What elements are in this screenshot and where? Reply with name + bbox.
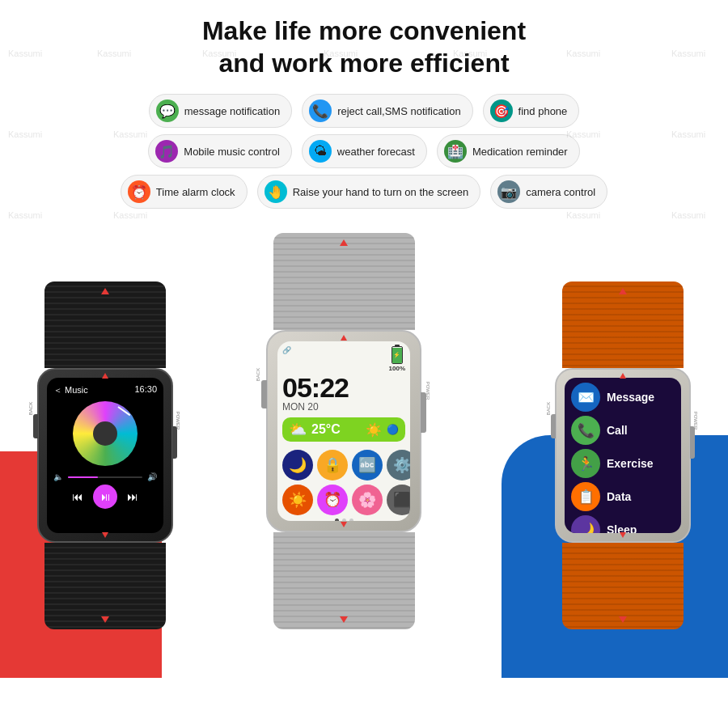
volume-controls: 🔈 🔊: [53, 472, 157, 481]
triangle-bottom-left: [101, 616, 109, 623]
exercise-menu-icon: 🏃: [571, 449, 600, 478]
find-phone-icon: 🎯: [490, 99, 513, 122]
sun-icon: ☀️: [366, 422, 382, 438]
dot-1: [335, 518, 339, 521]
menu-item-call: 📞 Call: [571, 416, 675, 445]
badge-medication-reminder: 🏥 Medication reminder: [437, 134, 580, 168]
battery-percent: 100%: [389, 365, 405, 372]
right-tri-top: [619, 288, 627, 294]
left-power-label: POWER: [176, 412, 181, 430]
badge-weather-forecast: 🌤 weather forecast: [302, 134, 427, 168]
app-sun: ☀️: [282, 485, 313, 515]
volume-fill: [68, 476, 98, 478]
data-menu-icon: 📋: [571, 482, 600, 511]
header-section: Make life more convenient and work more …: [0, 0, 728, 87]
center-tri-bottom: [340, 616, 348, 623]
music-screen: ＜ Music 16:30 🔈: [47, 378, 163, 532]
right-power-label: POWER: [694, 412, 699, 430]
music-needle: [117, 407, 130, 417]
weather-icon: 🌤: [309, 140, 332, 163]
app-grid: ⬛: [387, 485, 410, 515]
dot-3: [349, 518, 353, 521]
menu-item-exercise: 🏃 Exercise: [571, 449, 675, 478]
music-icon: 🎵: [155, 140, 178, 163]
left-back-label: BACK: [28, 402, 33, 415]
volume-bar: [68, 476, 142, 478]
app-alarm: ⏰: [317, 485, 348, 515]
call-menu-icon: 📞: [571, 416, 600, 445]
menu-screen: ✉️ Message 📞 Call 🏃 Exercise 📋: [565, 378, 681, 532]
badge-time-alarm: ⏰ Time alarm clock: [121, 175, 248, 209]
next-btn[interactable]: ⏭: [127, 490, 138, 503]
badge-find-phone: 🎯 find phone: [483, 94, 580, 128]
sleep-menu-icon: 🌙: [571, 515, 600, 532]
center-triangle-top: [340, 239, 348, 246]
watch-center-outer: BACK POWER 🔗: [251, 233, 437, 629]
app-lock: 🔒: [317, 450, 348, 480]
features-row-2: 🎵 Mobile music control 🌤 weather forecas…: [148, 134, 579, 168]
right-strap-bottom: [562, 543, 684, 629]
watch-left: BACK POWER ＜ Music 16:30: [24, 281, 186, 629]
cloud-icon: ⛅: [289, 421, 307, 438]
raise-hand-icon: 🤚: [265, 180, 287, 203]
dot-2: [342, 518, 346, 521]
headline: Make life more convenient and work more …: [8, 15, 720, 79]
right-power-btn: [690, 426, 695, 459]
watch-left-outer: BACK POWER ＜ Music 16:30: [24, 281, 186, 629]
alarm-icon: ⏰: [128, 180, 150, 203]
features-row-3: ⏰ Time alarm clock 🤚 Raise your hand to …: [121, 175, 607, 209]
center-case-tri-top: [341, 335, 347, 341]
left-back-btn: [33, 414, 38, 438]
app-moon: 🌙: [282, 450, 313, 480]
clock-screen: 🔗 ⚡ 100% 05:22: [277, 341, 410, 521]
volume-down-icon: 🔈: [53, 472, 63, 481]
badge-music-control: 🎵 Mobile music control: [148, 134, 292, 168]
watch-right: BACK POWER ✉️ Message 📞 Call: [542, 281, 704, 629]
left-strap-bottom: [44, 543, 166, 629]
right-screen: ✉️ Message 📞 Call 🏃 Exercise 📋: [565, 378, 681, 532]
weather-row: ⛅ 25°C ☀️ 🔵: [282, 417, 405, 442]
disk-inner: [93, 421, 117, 446]
message-icon: 💬: [156, 99, 179, 122]
left-strap-top: [44, 281, 166, 368]
music-disk: [73, 401, 138, 466]
badge-raise-hand: 🤚 Raise your hand to turn on the screen: [257, 175, 481, 209]
right-case-tri-top: [620, 373, 626, 379]
menu-item-data: 📋 Data: [571, 482, 675, 511]
badge-message-notification: 💬 message notification: [149, 94, 293, 128]
right-strap-top: [562, 281, 684, 368]
clock-time-display: 05:22: [282, 374, 405, 401]
case-triangle-top: [102, 373, 108, 379]
center-back-btn: [261, 380, 267, 408]
app-flower: 🌸: [352, 485, 383, 515]
watch-right-outer: BACK POWER ✉️ Message 📞 Call: [542, 281, 704, 629]
center-strap-top: [273, 233, 415, 330]
music-back-arrow: ＜ Music: [53, 384, 88, 396]
triangle-top-left: [101, 288, 109, 294]
medication-icon: 🏥: [444, 140, 467, 163]
center-strap-bottom: [273, 532, 415, 629]
right-case-tri-bottom: [620, 532, 626, 538]
link-icon: 🔗: [282, 346, 291, 354]
app-text: 🔤: [352, 450, 383, 480]
right-watch-case: BACK POWER ✉️ Message 📞 Call: [555, 368, 691, 542]
center-watch-case: BACK POWER 🔗: [266, 330, 421, 532]
scroll-dots: [282, 518, 405, 521]
center-back-label: BACK: [256, 368, 260, 381]
message-menu-icon: ✉️: [571, 383, 600, 412]
battery-icon: ⚡: [392, 346, 403, 364]
play-pause-btn[interactable]: ⏯: [93, 485, 117, 509]
prev-btn[interactable]: ⏮: [72, 490, 83, 503]
watch-center: BACK POWER 🔗: [251, 233, 437, 629]
apps-grid: 🌙 🔒 🔤 ⚙️ ☀️ ⏰ 🌸 ⬛: [282, 450, 405, 515]
badge-camera-control: 📷 camera control: [490, 175, 607, 209]
clock-date-display: MON 20: [282, 401, 405, 413]
left-screen: ＜ Music 16:30 🔈: [47, 378, 163, 532]
menu-item-message: ✉️ Message: [571, 383, 675, 412]
features-row-1: 💬 message notification 📞 reject call,SMS…: [149, 94, 580, 128]
right-back-label: BACK: [546, 402, 551, 415]
case-triangle-bottom: [102, 532, 108, 538]
temp-display: 25°C: [311, 422, 341, 437]
lightning-icon: ⚡: [393, 352, 400, 358]
right-tri-bottom: [619, 616, 627, 623]
